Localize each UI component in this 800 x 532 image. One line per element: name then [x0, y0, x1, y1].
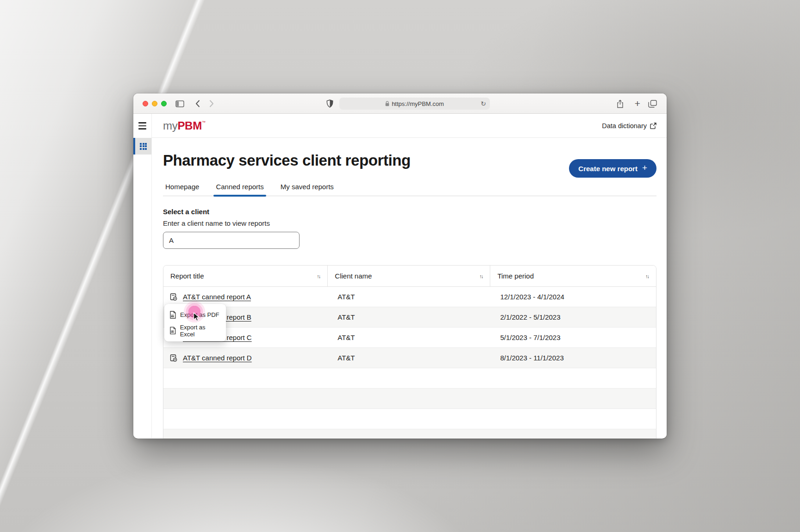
table-body: AT&T canned report A AT&T 12/1/2023 - 4/…	[163, 287, 656, 439]
app-root: myPBM™ Data dictionary Pharmacy services…	[133, 114, 667, 438]
client-cell: AT&T	[327, 334, 490, 341]
column-header-time-period: Time period ↑↓	[490, 266, 656, 286]
back-button[interactable]	[193, 93, 203, 114]
logo-prefix: my	[163, 119, 177, 132]
hamburger-menu-icon[interactable]	[133, 114, 151, 138]
zoom-window-button[interactable]	[161, 101, 167, 106]
sort-icon[interactable]: ↑↓	[479, 273, 483, 279]
export-as-excel-item[interactable]: XLS Export as Excel	[164, 323, 226, 338]
empty-row	[163, 429, 656, 439]
app-sidebar	[133, 114, 152, 438]
logo-main: PBM	[177, 119, 201, 132]
sort-icon[interactable]: ↑↓	[317, 273, 321, 279]
excel-file-icon: XLS	[169, 327, 176, 334]
table-row: AT&T canned report C AT&T 5/1/2023 - 7/1…	[163, 328, 656, 348]
reports-table: Report title ↑↓ Client name ↑↓ Time peri…	[163, 265, 656, 439]
column-header-client-name: Client name ↑↓	[327, 266, 490, 286]
reload-icon[interactable]: ↻	[481, 100, 486, 107]
tab-homepage[interactable]: Homepage	[163, 183, 201, 196]
tab-canned-reports[interactable]: Canned reports	[213, 183, 266, 196]
sidebar-item-reports[interactable]	[133, 138, 151, 155]
select-client-description: Enter a client name to view reports	[163, 219, 656, 227]
lock-icon	[385, 101, 389, 106]
data-dictionary-link[interactable]: Data dictionary	[602, 122, 656, 130]
period-cell: 2/1/2022 - 5/1/2023	[490, 313, 656, 321]
table-header-row: Report title ↑↓ Client name ↑↓ Time peri…	[163, 266, 656, 287]
traffic-lights	[143, 101, 167, 106]
data-dictionary-label: Data dictionary	[602, 122, 647, 130]
plus-icon: +	[642, 163, 647, 173]
period-cell: 8/1/2023 - 11/1/2023	[490, 354, 656, 362]
create-new-report-button[interactable]: Create new report +	[569, 159, 656, 178]
new-tab-icon[interactable]: +	[631, 93, 644, 114]
browser-toolbar: https://myPBM.com ↻ +	[133, 93, 667, 114]
report-link[interactable]: AT&T canned report A	[183, 293, 251, 301]
client-name-input[interactable]	[163, 232, 300, 249]
table-row: AT&T canned report B AT&T 2/1/2022 - 5/1…	[163, 307, 656, 328]
empty-row	[163, 389, 656, 409]
share-icon[interactable]	[614, 93, 626, 114]
main-content: myPBM™ Data dictionary Pharmacy services…	[152, 114, 667, 438]
table-row: AT&T canned report A AT&T 12/1/2023 - 4/…	[163, 287, 656, 307]
pdf-file-icon: PDF	[169, 311, 176, 319]
svg-text:XLS: XLS	[171, 331, 174, 333]
browser-window: https://myPBM.com ↻ + myPBM™	[133, 93, 667, 439]
sort-icon[interactable]: ↑↓	[645, 273, 650, 279]
period-cell: 5/1/2023 - 7/1/2023	[490, 334, 656, 341]
privacy-shield-icon[interactable]	[324, 93, 335, 114]
tab-overview-icon[interactable]	[645, 93, 659, 114]
export-as-pdf-item[interactable]: PDF Export as PDF	[164, 307, 226, 322]
empty-row	[163, 368, 656, 389]
client-cell: AT&T	[327, 313, 490, 321]
client-cell: AT&T	[327, 293, 490, 301]
address-bar[interactable]: https://myPBM.com ↻	[339, 98, 490, 110]
table-row: AT&T canned report D AT&T 8/1/2023 - 11/…	[163, 348, 656, 368]
close-window-button[interactable]	[143, 101, 148, 106]
tab-my-saved-reports[interactable]: My saved reports	[278, 183, 336, 196]
column-header-report-title: Report title ↑↓	[163, 266, 327, 286]
period-cell: 12/1/2023 - 4/1/2024	[490, 293, 656, 301]
export-pdf-label: Export as PDF	[180, 311, 219, 318]
report-link[interactable]: AT&T canned report D	[183, 354, 252, 362]
empty-row	[163, 409, 656, 429]
app-header: myPBM™ Data dictionary	[152, 114, 667, 138]
svg-text:PDF: PDF	[171, 315, 175, 317]
tab-bar: Homepage Canned reports My saved reports	[163, 183, 656, 196]
export-context-menu: PDF Export as PDF XLS Export as Excel	[164, 304, 226, 341]
forward-button[interactable]	[206, 93, 217, 114]
external-link-icon	[650, 123, 656, 129]
grid-icon	[140, 143, 147, 150]
select-client-label: Select a client	[163, 208, 656, 216]
export-excel-label: Export as Excel	[180, 324, 221, 338]
minimize-window-button[interactable]	[152, 101, 157, 106]
sidebar-toggle-icon[interactable]	[174, 93, 185, 114]
create-button-label: Create new report	[578, 165, 638, 173]
mypbm-logo: myPBM™	[163, 119, 206, 132]
report-icon	[169, 354, 178, 362]
logo-trademark: ™	[202, 120, 206, 124]
url-text: https://myPBM.com	[392, 100, 444, 107]
client-cell: AT&T	[327, 354, 490, 362]
report-icon	[169, 293, 178, 301]
